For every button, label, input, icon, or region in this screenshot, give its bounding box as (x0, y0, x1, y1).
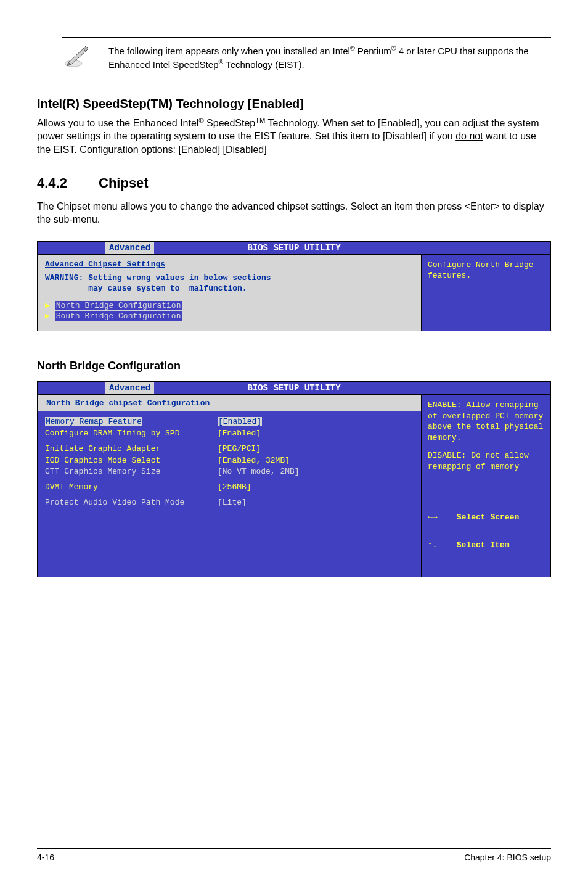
bios1-item-north-bridge: ▶ North Bridge Configuration (45, 300, 414, 311)
bios1-item-south-bridge: ▶ South Bridge Configuration (45, 311, 414, 322)
page-number: 4-16 (37, 852, 54, 862)
chipset-heading: 4.4.2Chipset (37, 175, 551, 191)
north-bridge-subheading: North Bridge Configuration (37, 360, 551, 373)
triangle-right-icon: ▶ (45, 301, 55, 310)
bios2-row-initiate-graphic: Initiate Graphic Adapter [PEG/PCI] (45, 444, 414, 455)
bios1-help-text: Configure North Bridge features. (428, 260, 544, 281)
bios2-row-gtt-size: GTT Graphics Memory Size [No VT mode, 2M… (45, 466, 414, 478)
pen-note-icon (62, 44, 91, 68)
bios2-row-memory-remap: Memory Remap Feature [Enabled] (45, 416, 414, 428)
bios-screenshot-2: BIOS SETUP UTILITY Advanced North Bridge… (37, 381, 551, 596)
speedstep-paragraph: Allows you to use the Enhanced Intel® Sp… (37, 116, 551, 157)
chipset-paragraph: The Chipset menu allows you to change th… (37, 200, 551, 226)
bios1-header: BIOS SETUP UTILITY Advanced (38, 242, 550, 255)
chapter-label: Chapter 4: BIOS setup (464, 852, 551, 862)
bios2-title: North Bridge chipset Configuration (45, 398, 211, 408)
bios2-row-igd-mode: IGD Graphics Mode Select [Enabled, 32MB] (45, 455, 414, 467)
speedstep-heading: Intel(R) SpeedStep(TM) Technology [Enabl… (37, 97, 551, 111)
bios2-help-disable: DISABLE: Do not allow remapping of memor… (428, 450, 544, 472)
note-callout: The following item appears only when you… (62, 37, 551, 78)
bios2-tab-advanced: Advanced (105, 382, 154, 394)
bios2-nav-hints: ←→ Select Screen ↑↓ Select Item (428, 494, 544, 568)
page-footer: 4-16 Chapter 4: BIOS setup (37, 848, 551, 862)
bios1-warning: WARNING: Setting wrong values in below s… (45, 273, 414, 294)
bios1-title: Advanced Chipset Settings (45, 260, 414, 269)
bios2-row-protect-audio: Protect Audio Video Path Mode [Lite] (45, 497, 414, 509)
bios2-help-enable: ENABLE: Allow remapping of overlapped PC… (428, 400, 544, 443)
bios2-header: BIOS SETUP UTILITY Advanced (38, 382, 550, 395)
bios2-row-dvmt: DVMT Memory [256MB] (45, 482, 414, 493)
triangle-right-icon: ▶ (45, 311, 55, 321)
bios1-tab-advanced: Advanced (105, 242, 154, 254)
bios-screenshot-1: BIOS SETUP UTILITY Advanced Advanced Chi… (37, 241, 551, 350)
bios2-row-dram-timing: Configure DRAM Timing by SPD [Enabled] (45, 428, 414, 440)
note-text: The following item appears only when you… (108, 44, 551, 72)
